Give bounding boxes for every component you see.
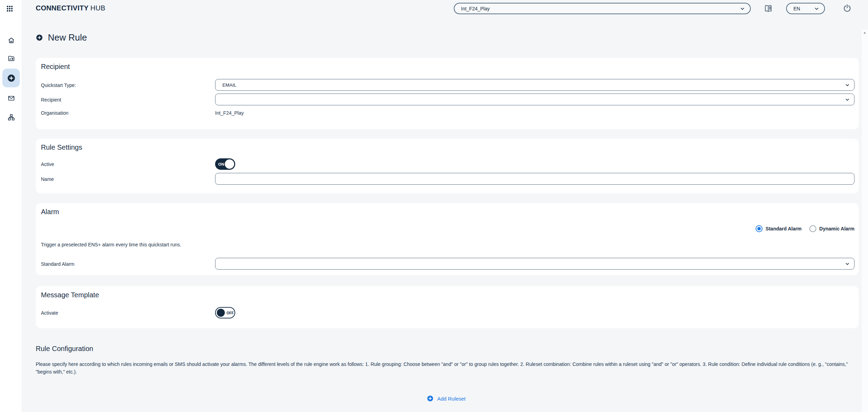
- activate-toggle[interactable]: OFF: [215, 307, 235, 318]
- home-icon: [8, 37, 15, 44]
- add-ruleset-button[interactable]: Add Ruleset: [36, 395, 857, 402]
- recipient-select[interactable]: [215, 94, 854, 105]
- sidebar-item-quickstarts[interactable]: [2, 51, 20, 66]
- mail-icon: [8, 95, 15, 102]
- standard-alarm-radio-label: Standard Alarm: [766, 226, 802, 231]
- message-template-heading: Message Template: [41, 291, 99, 299]
- vertical-scrollbar[interactable]: ▲: [861, 29, 868, 412]
- sidebar-item-connections[interactable]: [2, 109, 20, 125]
- sidebar-item-new-rule-active[interactable]: [2, 69, 20, 87]
- dynamic-alarm-radio[interactable]: Dynamic Alarm: [809, 225, 854, 232]
- alarm-heading: Alarm: [41, 208, 59, 216]
- scroll-up-arrow-icon[interactable]: ▲: [861, 29, 868, 34]
- toggle-knob: [217, 309, 225, 317]
- plus-circle-icon: [427, 395, 434, 402]
- radio-checked-icon: [756, 225, 763, 232]
- recipient-card: Recipient Quickstart Type: EMAIL Recipie…: [36, 58, 859, 129]
- rule-settings-heading: Rule Settings: [41, 143, 82, 151]
- rule-configuration-description: Please specify here according to which r…: [36, 360, 856, 376]
- rule-configuration-heading: Rule Configuration: [36, 345, 857, 353]
- alarm-type-radio-group: Standard Alarm Dynamic Alarm: [756, 225, 854, 232]
- org-tree-icon: [8, 114, 15, 121]
- add-ruleset-label: Add Ruleset: [437, 396, 466, 402]
- message-template-card: Message Template Activate OFF: [36, 286, 859, 328]
- quickstart-type-select[interactable]: EMAIL: [215, 79, 854, 91]
- activate-label: Activate: [41, 310, 58, 316]
- sidebar-item-home[interactable]: [2, 33, 20, 48]
- organisation-label: Organisation: [41, 110, 68, 116]
- active-label: Active: [41, 161, 54, 167]
- plus-circle-icon: [7, 74, 16, 82]
- rule-settings-card: Rule Settings Active ON Name: [36, 139, 859, 193]
- toggle-knob: [225, 159, 234, 169]
- recipient-label: Recipient: [41, 97, 61, 103]
- standard-alarm-radio[interactable]: Standard Alarm: [756, 225, 802, 232]
- folder-rules-icon: [8, 55, 15, 62]
- main-content: New Rule Recipient Quickstart Type: EMAI…: [22, 0, 868, 412]
- organisation-value: Int_F24_Play: [215, 110, 244, 116]
- chevron-down-icon: [845, 82, 850, 88]
- app-grid-icon[interactable]: [6, 5, 14, 12]
- dynamic-alarm-radio-label: Dynamic Alarm: [819, 226, 854, 231]
- chevron-down-icon: [845, 97, 850, 102]
- quickstart-type-label: Quickstart Type:: [41, 82, 76, 88]
- radio-unchecked-icon: [809, 225, 816, 232]
- active-toggle[interactable]: ON: [215, 158, 235, 170]
- alarm-card: Alarm Standard Alarm Dynamic Alarm Trigg…: [36, 203, 859, 275]
- grid-dots-icon: [6, 5, 14, 12]
- standard-alarm-label: Standard Alarm: [41, 261, 75, 267]
- rule-configuration-section: Rule Configuration Please specify here a…: [36, 345, 857, 353]
- page-title-text: New Rule: [48, 32, 87, 43]
- page-title: New Rule: [36, 32, 87, 43]
- name-label: Name: [41, 176, 54, 182]
- sidebar-item-mail[interactable]: [2, 90, 20, 106]
- alarm-description: Trigger a preselected ENS+ alarm every t…: [41, 242, 852, 247]
- toggle-on-label: ON: [218, 162, 224, 166]
- plus-circle-icon: [36, 34, 43, 41]
- standard-alarm-select[interactable]: [215, 258, 854, 270]
- name-input[interactable]: [215, 173, 854, 185]
- quickstart-type-value: EMAIL: [222, 82, 845, 88]
- toggle-off-label: OFF: [227, 311, 234, 315]
- sidebar: [0, 0, 22, 412]
- recipient-heading: Recipient: [41, 63, 70, 71]
- chevron-down-icon: [845, 261, 850, 266]
